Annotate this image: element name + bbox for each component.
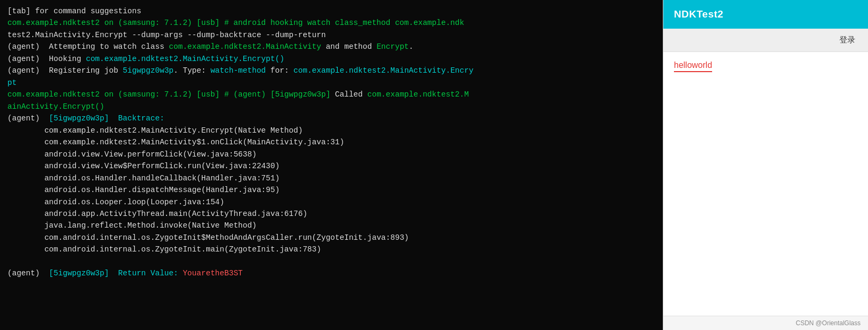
footer-credit: CSDN @OrientalGlass <box>796 319 861 327</box>
toolbar: 登录 <box>663 29 868 52</box>
helloworld-link[interactable]: helloworld <box>674 60 712 72</box>
login-button[interactable]: 登录 <box>835 33 860 47</box>
terminal-line: (agent) [5igwpgz0w3p] Return Value: Youa… <box>7 267 655 279</box>
right-panel: NDKTest2 登录 helloworld CSDN @OrientalGla… <box>663 0 868 330</box>
terminal-line: android.os.Handler.dispatchMessage(Handl… <box>7 184 655 196</box>
terminal-line: (agent) Registering job 5igwpgz0w3p. Typ… <box>7 65 655 76</box>
terminal-line: (agent) [5igwpgz0w3p] Backtrace: <box>7 112 655 124</box>
terminal-line: com.example.ndktest2 on (samsung: 7.1.2)… <box>7 89 655 100</box>
footer: CSDN @OrientalGlass <box>663 316 868 330</box>
terminal-line: com.android.internal.os.ZygoteInit$Metho… <box>7 232 655 244</box>
terminal-line: com.example.ndktest2 on (samsung: 7.1.2)… <box>7 17 655 29</box>
terminal-line: com.example.ndktest2.MainActivity$1.onCl… <box>7 136 655 148</box>
terminal-line: [tab] for command suggestions <box>7 5 655 17</box>
terminal-panel: [tab] for command suggestionscom.example… <box>0 0 663 330</box>
terminal-line: com.android.internal.os.ZygoteInit.main(… <box>7 244 655 255</box>
terminal-line: android.view.View.performClick(View.java… <box>7 149 655 160</box>
terminal-line: java.lang.reflect.Method.invoke(Native M… <box>7 220 655 231</box>
app-title: NDKTest2 <box>674 8 723 20</box>
terminal-line <box>7 256 655 267</box>
terminal-line: (agent) Hooking com.example.ndktest2.Mai… <box>7 53 655 65</box>
terminal-line: test2.MainActivity.Encrypt --dump-args -… <box>7 29 655 41</box>
terminal-line: android.app.ActivityThread.main(Activity… <box>7 208 655 220</box>
terminal-line: ainActivity.Encrypt() <box>7 101 655 112</box>
content-area: helloworld <box>663 52 868 316</box>
app-title-bar: NDKTest2 <box>663 0 868 29</box>
terminal-line: android.view.View$PerformClick.run(View.… <box>7 160 655 172</box>
terminal-line: (agent) Attempting to watch class com.ex… <box>7 41 655 53</box>
terminal-line: android.os.Looper.loop(Looper.java:154) <box>7 196 655 208</box>
terminal-line: com.example.ndktest2.MainActivity.Encryp… <box>7 125 655 136</box>
terminal-line: android.os.Handler.handleCallback(Handle… <box>7 172 655 184</box>
terminal-line: pt <box>7 77 655 89</box>
